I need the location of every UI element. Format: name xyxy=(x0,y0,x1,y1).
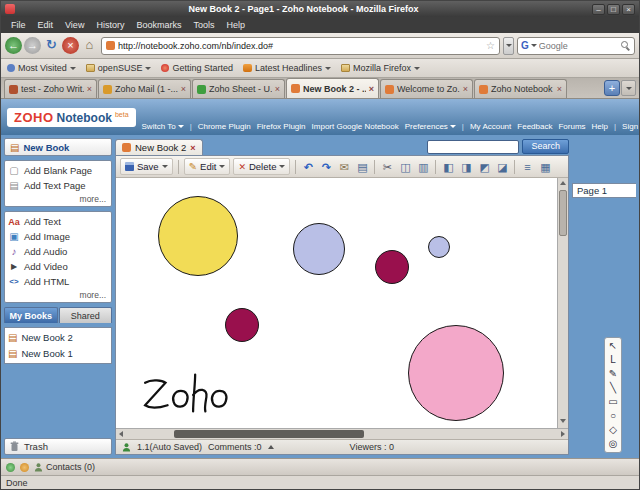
tab-close-icon[interactable]: × xyxy=(463,84,468,94)
mail-icon[interactable]: ✉ xyxy=(336,159,352,175)
menu-file[interactable]: File xyxy=(5,17,32,33)
browser-tab-welcome-to-zo[interactable]: Welcome to Zo...× xyxy=(380,79,473,98)
search-icon[interactable] xyxy=(621,41,631,51)
menu-bookmarks[interactable]: Bookmarks xyxy=(130,17,187,33)
url-history-dropdown[interactable] xyxy=(503,37,514,55)
bookmark-most-visited[interactable]: Most Visited xyxy=(7,63,76,73)
canvas-shape-3[interactable] xyxy=(375,250,409,284)
notebook-search-input[interactable] xyxy=(427,140,519,154)
grid-icon[interactable]: ▦ xyxy=(537,159,553,175)
rect-tool[interactable]: ▭ xyxy=(606,395,620,409)
handwritten-text[interactable] xyxy=(142,370,234,418)
sidebar-add-text-page[interactable]: ▤Add Text Page xyxy=(8,178,108,193)
browser-tab-zoho-mail-1[interactable]: Zoho Mail (1 -...× xyxy=(98,79,191,98)
scroll-up-icon[interactable] xyxy=(560,181,566,185)
close-button[interactable]: × xyxy=(622,4,635,15)
canvas-shape-5[interactable] xyxy=(225,308,259,342)
scroll-left-icon[interactable] xyxy=(119,431,123,437)
web-search-box[interactable] xyxy=(517,37,635,55)
tab-shared[interactable]: Shared xyxy=(59,307,113,323)
sidebar-add-text[interactable]: AaAdd Text xyxy=(8,214,108,229)
book-item-new-book-2[interactable]: ▤New Book 2 xyxy=(8,330,108,345)
page-actions-more-link[interactable]: more... xyxy=(8,193,108,204)
tab-close-icon[interactable]: × xyxy=(87,84,92,94)
browser-tab-zoho-notebook[interactable]: Zoho Notebook× xyxy=(474,79,567,98)
book-item-new-book-1[interactable]: ▤New Book 1 xyxy=(8,346,108,361)
canvas-shape-6[interactable] xyxy=(408,325,504,421)
paste-icon[interactable]: ▥ xyxy=(415,159,431,175)
home-button[interactable]: ⌂ xyxy=(81,37,98,54)
chevron-down-icon[interactable] xyxy=(531,44,537,47)
sidebar-add-video[interactable]: ▶Add Video xyxy=(8,259,108,274)
maximize-button[interactable]: □ xyxy=(607,4,620,15)
sidebar-add-image[interactable]: ▣Add Image xyxy=(8,229,108,244)
sidebar-add-audio[interactable]: ♪Add Audio xyxy=(8,244,108,259)
canvas-shape-4[interactable] xyxy=(428,236,450,258)
scrollbar-thumb[interactable] xyxy=(174,430,364,438)
cut-icon[interactable]: ✂ xyxy=(379,159,395,175)
menu-help[interactable]: Help xyxy=(220,17,251,33)
text-tool[interactable]: L xyxy=(606,353,620,367)
menu-tools[interactable]: Tools xyxy=(187,17,220,33)
url-bar[interactable] xyxy=(101,37,500,55)
line-tool[interactable]: ╲ xyxy=(606,381,620,395)
circle-tool[interactable]: ◎ xyxy=(606,437,620,451)
tab-close-icon[interactable]: × xyxy=(557,84,562,94)
new-book-button[interactable]: ▤ New Book xyxy=(4,138,112,156)
sidebar-add-blank-page[interactable]: ▢Add Blank Page xyxy=(8,163,108,178)
contacts-button[interactable]: Contacts (0) xyxy=(34,462,95,472)
bookmark-mozilla-firefox[interactable]: Mozilla Firefox xyxy=(341,63,420,73)
forward-button[interactable]: → xyxy=(24,37,41,54)
header-link-preferences[interactable]: Preferences xyxy=(405,122,456,131)
insert-actions-more-link[interactable]: more... xyxy=(8,289,108,300)
bookmark-latest-headlines[interactable]: Latest Headlines xyxy=(243,63,331,73)
stop-button[interactable]: × xyxy=(62,37,79,54)
menu-history[interactable]: History xyxy=(90,17,130,33)
notebook-tab[interactable]: New Book 2 × xyxy=(115,139,203,155)
pointer-tool[interactable]: ↖ xyxy=(606,339,620,353)
bring-front-icon[interactable]: ◧ xyxy=(440,159,456,175)
browser-tab-new-book-2[interactable]: New Book 2 - ...× xyxy=(286,78,379,98)
back-button[interactable]: ← xyxy=(5,37,22,54)
save-button[interactable]: Save xyxy=(120,158,173,175)
copy-icon[interactable]: ◫ xyxy=(397,159,413,175)
browser-tab-zoho-sheet-u[interactable]: Zoho Sheet - U...× xyxy=(192,79,285,98)
undo-icon[interactable]: ↶ xyxy=(300,159,316,175)
browser-tab-test-zoho-writ[interactable]: test - Zoho Writ...× xyxy=(4,79,97,98)
align-icon[interactable]: ≡ xyxy=(519,159,535,175)
search-button[interactable]: Search xyxy=(522,139,569,154)
drawing-canvas[interactable] xyxy=(116,178,557,428)
canvas-shape-2[interactable] xyxy=(293,223,345,275)
bookmark-star-icon[interactable] xyxy=(486,40,495,51)
tab-close-icon[interactable]: × xyxy=(275,84,280,94)
header-link-forums[interactable]: Forums xyxy=(558,122,585,131)
header-link-feedback[interactable]: Feedback xyxy=(517,122,552,131)
canvas-shape-1[interactable] xyxy=(158,196,238,276)
minimize-button[interactable]: – xyxy=(592,4,605,15)
scroll-right-icon[interactable] xyxy=(561,431,565,437)
redo-icon[interactable]: ↷ xyxy=(318,159,334,175)
header-link-import-google-notebook[interactable]: Import Google Notebook xyxy=(312,122,399,131)
busy-status-icon[interactable] xyxy=(20,463,29,472)
vertical-scrollbar[interactable] xyxy=(557,178,568,428)
close-icon[interactable]: × xyxy=(190,143,195,153)
header-link-chrome-plugin[interactable]: Chrome Plugin xyxy=(198,122,251,131)
tab-list-button[interactable] xyxy=(621,80,636,96)
ellipse-tool[interactable]: ○ xyxy=(606,409,620,423)
collapse-icon[interactable] xyxy=(268,445,274,449)
edit-button[interactable]: ✎ Edit xyxy=(184,158,231,175)
header-link-firefox-plugin[interactable]: Firefox Plugin xyxy=(257,122,306,131)
comments-count[interactable]: Comments :0 xyxy=(208,442,262,452)
print-icon[interactable]: ▤ xyxy=(354,159,370,175)
sidebar-add-html[interactable]: <>Add HTML xyxy=(8,274,108,289)
horizontal-scrollbar[interactable] xyxy=(116,428,568,439)
pencil-tool[interactable]: ✎ xyxy=(606,367,620,381)
web-search-input[interactable] xyxy=(539,41,619,51)
tab-close-icon[interactable]: × xyxy=(181,84,186,94)
scroll-down-icon[interactable] xyxy=(560,419,566,423)
zoho-notebook-logo[interactable]: ZOHO Notebook beta xyxy=(7,108,136,127)
header-link-switch-to[interactable]: Switch To xyxy=(142,122,184,131)
bookmark-getting-started[interactable]: Getting Started xyxy=(161,63,233,73)
delete-button[interactable]: ✕ Delete xyxy=(233,158,290,175)
menu-view[interactable]: View xyxy=(59,17,90,33)
